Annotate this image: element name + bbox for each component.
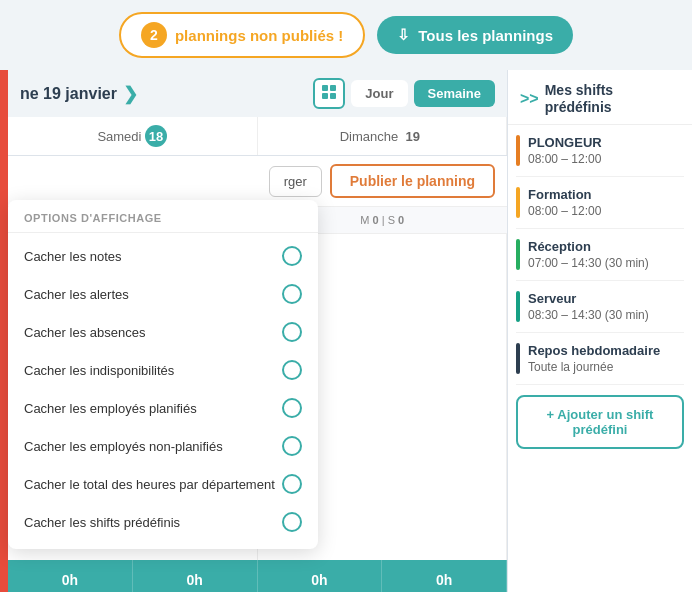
day-num-0: 18 xyxy=(145,125,167,147)
unpublished-badge[interactable]: 2 plannings non publiés ! xyxy=(119,12,365,58)
day-view-button[interactable]: Jour xyxy=(351,80,407,107)
day-name-1: Dimanche xyxy=(340,129,402,144)
grid-view-button[interactable] xyxy=(313,78,345,109)
dropdown-item-2[interactable]: Cacher les absences xyxy=(8,313,318,351)
shift-color-repos xyxy=(516,343,520,374)
shift-color-reception xyxy=(516,239,520,270)
radio-2[interactable] xyxy=(282,322,302,342)
week-view-button[interactable]: Semaine xyxy=(414,80,495,107)
svg-rect-1 xyxy=(330,85,336,91)
shift-name-reception: Réception xyxy=(528,239,674,254)
day-header-1: Dimanche 19 xyxy=(258,117,508,155)
day-header-0: Samedi 18 xyxy=(8,117,258,155)
collapse-icon[interactable]: >> xyxy=(520,90,539,108)
dropdown-header: OPTIONS D'AFFICHAGE xyxy=(8,200,318,233)
left-nav-strip xyxy=(0,70,8,592)
radio-3[interactable] xyxy=(282,360,302,380)
all-plannings-button[interactable]: ⇩ Tous les plannings xyxy=(377,16,573,54)
total-2: 0h xyxy=(258,560,383,592)
radio-7[interactable] xyxy=(282,512,302,532)
day-num-1: 19 xyxy=(402,125,424,147)
shift-time-repos: Toute la journée xyxy=(528,360,674,374)
total-0: 0h xyxy=(8,560,133,592)
shift-name-serveur: Serveur xyxy=(528,291,674,306)
shift-info-reception: Réception 07:00 – 14:30 (30 min) xyxy=(528,239,674,270)
shift-card-4[interactable]: Repos hebdomadaire Toute la journée xyxy=(516,333,684,385)
shift-name-formation: Formation xyxy=(528,187,674,202)
options-dropdown: OPTIONS D'AFFICHAGE Cacher les notes Cac… xyxy=(8,200,318,549)
total-1: 0h xyxy=(133,560,258,592)
month-label: ne 19 janvier xyxy=(20,85,117,103)
shift-name-plongeur: PLONGEUR xyxy=(528,135,674,150)
shift-card-3[interactable]: Serveur 08:30 – 14:30 (30 min) xyxy=(516,281,684,333)
svg-rect-3 xyxy=(330,93,336,99)
shift-card-1[interactable]: Formation 08:00 – 12:00 xyxy=(516,177,684,229)
sidebar-title: Mes shifts prédéfinis xyxy=(545,82,680,116)
shift-info-repos: Repos hebdomadaire Toute la journée xyxy=(528,343,674,374)
add-shift-button[interactable]: + Ajouter un shift prédéfini xyxy=(516,395,684,449)
badge-label: plannings non publiés ! xyxy=(175,27,343,44)
view-toggle: Jour Semaine xyxy=(313,78,495,109)
dropdown-item-0[interactable]: Cacher les notes xyxy=(8,237,318,275)
radio-5[interactable] xyxy=(282,436,302,456)
right-sidebar: >> Mes shifts prédéfinis PLONGEUR 08:00 … xyxy=(507,70,692,592)
dropdown-item-7[interactable]: Cacher les shifts prédéfinis xyxy=(8,503,318,541)
shift-color-plongeur xyxy=(516,135,520,166)
dropdown-item-4[interactable]: Cacher les employés planifiés xyxy=(8,389,318,427)
center-area: ne 19 janvier ❯ Jour Semaine Sam xyxy=(8,70,507,592)
shift-card-2[interactable]: Réception 07:00 – 14:30 (30 min) xyxy=(516,229,684,281)
shift-card-0[interactable]: PLONGEUR 08:00 – 12:00 xyxy=(516,125,684,177)
sidebar-title-row: >> Mes shifts prédéfinis xyxy=(508,70,692,125)
calendar-header: ne 19 janvier ❯ Jour Semaine xyxy=(8,70,507,117)
shift-time-plongeur: 08:00 – 12:00 xyxy=(528,152,674,166)
shift-info-formation: Formation 08:00 – 12:00 xyxy=(528,187,674,218)
svg-rect-2 xyxy=(322,93,328,99)
shift-name-repos: Repos hebdomadaire xyxy=(528,343,674,358)
svg-rect-0 xyxy=(322,85,328,91)
top-bar: 2 plannings non publiés ! ⇩ Tous les pla… xyxy=(0,0,692,70)
day-name-0: Samedi xyxy=(97,129,145,144)
shift-color-formation xyxy=(516,187,520,218)
charge-button[interactable]: rger xyxy=(269,166,322,197)
day-headers: Samedi 18 Dimanche 19 xyxy=(8,117,507,156)
shift-time-serveur: 08:30 – 14:30 (30 min) xyxy=(528,308,674,322)
dropdown-item-1[interactable]: Cacher les alertes xyxy=(8,275,318,313)
radio-6[interactable] xyxy=(282,474,302,494)
total-3: 0h xyxy=(382,560,507,592)
next-arrow[interactable]: ❯ xyxy=(123,83,138,105)
badge-count: 2 xyxy=(141,22,167,48)
dropdown-item-6[interactable]: Cacher le total des heures par départeme… xyxy=(8,465,318,503)
download-icon: ⇩ xyxy=(397,26,410,44)
totals-row: 0h 0h 0h 0h xyxy=(8,560,507,592)
shift-color-serveur xyxy=(516,291,520,322)
radio-1[interactable] xyxy=(282,284,302,304)
radio-0[interactable] xyxy=(282,246,302,266)
dropdown-item-3[interactable]: Cacher les indisponibilités xyxy=(8,351,318,389)
shift-time-formation: 08:00 – 12:00 xyxy=(528,204,674,218)
radio-4[interactable] xyxy=(282,398,302,418)
shift-time-reception: 07:00 – 14:30 (30 min) xyxy=(528,256,674,270)
month-nav: ne 19 janvier ❯ xyxy=(20,83,138,105)
shift-info-plongeur: PLONGEUR 08:00 – 12:00 xyxy=(528,135,674,166)
publish-button[interactable]: Publier le planning xyxy=(330,164,495,198)
main-layout: ne 19 janvier ❯ Jour Semaine Sam xyxy=(0,70,692,592)
shift-info-serveur: Serveur 08:30 – 14:30 (30 min) xyxy=(528,291,674,322)
dropdown-item-5[interactable]: Cacher les employés non-planifiés xyxy=(8,427,318,465)
